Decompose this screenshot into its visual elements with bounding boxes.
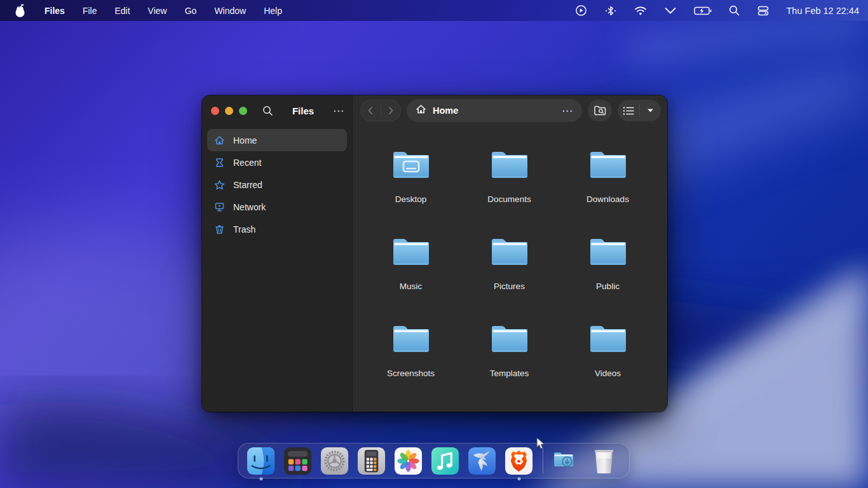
folder-label: Templates	[490, 369, 529, 378]
menu-edit[interactable]: Edit	[105, 0, 139, 21]
search-icon[interactable]	[729, 5, 740, 16]
sidebar-item-label: Trash	[233, 224, 255, 234]
sidebar-item-label: Starred	[233, 180, 262, 190]
menu-window[interactable]: Window	[205, 0, 255, 21]
sidebar-header: Files ⋯	[202, 95, 353, 126]
sidebar-item-recent[interactable]: Recent	[207, 151, 347, 173]
folder-downloads[interactable]: Downloads	[559, 148, 657, 206]
folder-icon	[391, 322, 431, 355]
dock-music[interactable]	[430, 446, 460, 476]
dock-files[interactable]	[246, 446, 276, 476]
menubar-status-area: Thu Feb 12 22:44	[575, 4, 868, 17]
sidebar: Home Recent Starred Network	[202, 126, 353, 412]
file-view: Desktop Documents Downloads Music Pictur…	[353, 126, 667, 412]
close-button[interactable]	[211, 107, 219, 115]
back-button[interactable]	[360, 106, 381, 115]
window-header: Files ⋯ Home ⋯	[202, 95, 667, 126]
brave-dock-icon	[504, 446, 534, 476]
sidebar-item-trash[interactable]: Trash	[207, 218, 347, 240]
folder-public[interactable]: Public	[559, 235, 657, 293]
dock-photos[interactable]	[393, 446, 423, 476]
folder-icon	[489, 322, 530, 355]
downloads-folder-dock-icon	[552, 446, 582, 476]
dock-settings[interactable]	[320, 446, 349, 476]
folder-icon	[489, 235, 530, 268]
menu-app-name[interactable]: Files	[36, 0, 74, 21]
maximize-button[interactable]	[239, 107, 247, 115]
folder-icon	[588, 148, 628, 181]
folder-icon	[391, 148, 431, 181]
dock	[238, 443, 630, 478]
folder-label: Documents	[487, 194, 531, 204]
dock-trash[interactable]	[589, 446, 619, 476]
folder-label: Public	[596, 281, 620, 291]
menubar-left: Files File Edit View Go Window Help	[0, 0, 291, 21]
dock-calculator[interactable]	[356, 446, 386, 476]
menu-help[interactable]: Help	[255, 0, 291, 21]
home-icon	[416, 104, 426, 117]
clock[interactable]: Thu Feb 12 22:44	[787, 6, 859, 16]
wifi-icon[interactable]	[634, 6, 647, 16]
current-location: Home	[433, 105, 555, 116]
folder-label: Pictures	[494, 281, 525, 291]
folder-icon	[391, 235, 431, 268]
trash-icon	[214, 224, 225, 234]
folder-screenshots[interactable]: Screenshots	[362, 322, 460, 380]
recent-icon	[214, 158, 225, 168]
folder-music[interactable]: Music	[362, 235, 460, 293]
dock-downloads-folder[interactable]	[552, 446, 582, 476]
calculator-dock-icon	[356, 446, 386, 476]
dock-brave-browser[interactable]	[504, 446, 534, 476]
folder-grid: Desktop Documents Downloads Music Pictur…	[362, 148, 667, 380]
minimize-button[interactable]	[225, 107, 233, 115]
dock-bird-app[interactable]	[467, 446, 497, 476]
folder-label: Desktop	[395, 194, 427, 204]
bluetooth-icon[interactable]	[604, 5, 617, 17]
dock-divider	[543, 448, 543, 473]
music-dock-icon	[430, 446, 460, 476]
window-menu-button[interactable]: ⋯	[333, 104, 344, 118]
folder-icon	[588, 322, 628, 355]
sidebar-item-home[interactable]: Home	[207, 129, 347, 151]
system-stack-icon[interactable]	[757, 6, 770, 16]
media-play-icon[interactable]	[575, 4, 587, 17]
folder-label: Downloads	[587, 194, 629, 204]
dock-launchpad[interactable]	[283, 446, 313, 476]
folder-pictures[interactable]: Pictures	[460, 235, 559, 293]
sidebar-item-label: Network	[233, 202, 266, 212]
launchpad-dock-icon	[283, 446, 313, 476]
window-search-icon[interactable]	[262, 105, 273, 116]
settings-dock-icon	[320, 446, 349, 476]
pear-logo-icon[interactable]	[10, 4, 29, 18]
path-menu-button[interactable]: ⋯	[562, 104, 573, 118]
menu-view[interactable]: View	[139, 0, 176, 21]
folder-label: Videos	[595, 369, 621, 378]
folder-desktop[interactable]: Desktop	[362, 148, 460, 206]
menu-go[interactable]: Go	[176, 0, 206, 21]
sidebar-item-starred[interactable]: Starred	[207, 173, 347, 196]
list-view-icon[interactable]	[618, 106, 639, 116]
star-icon	[214, 180, 225, 190]
nav-buttons	[360, 100, 401, 121]
forward-button[interactable]	[381, 106, 402, 115]
running-indicator	[517, 477, 520, 480]
folder-templates[interactable]: Templates	[460, 322, 559, 380]
sidebar-item-label: Home	[233, 135, 257, 146]
folder-documents[interactable]: Documents	[460, 148, 559, 206]
view-toggle-button	[618, 100, 661, 121]
battery-charging-icon[interactable]	[694, 6, 712, 15]
pathbar[interactable]: Home ⋯	[407, 99, 582, 122]
home-icon	[214, 135, 225, 146]
sidebar-item-network[interactable]: Network	[207, 196, 347, 218]
view-options-dropdown[interactable]	[640, 108, 661, 113]
menu-file[interactable]: File	[74, 0, 106, 21]
window-controls	[211, 107, 247, 115]
photos-dock-icon	[393, 446, 423, 476]
folder-icon	[489, 148, 530, 181]
global-search-button[interactable]	[588, 100, 612, 121]
menubar: Files File Edit View Go Window Help Thu …	[0, 0, 868, 21]
network-icon	[214, 202, 225, 212]
toolbar: Home ⋯	[353, 95, 667, 126]
chevron-down-icon[interactable]	[664, 7, 677, 15]
folder-videos[interactable]: Videos	[559, 322, 657, 380]
